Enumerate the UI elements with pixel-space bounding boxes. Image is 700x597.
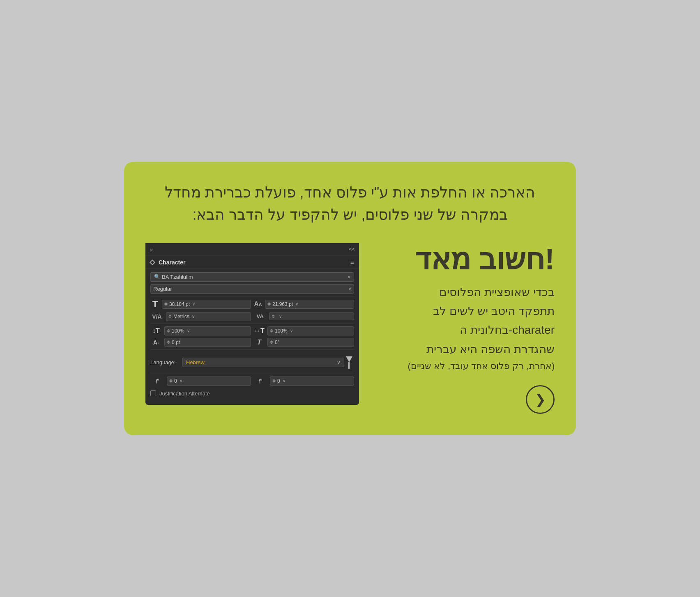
leading-up[interactable]: [267, 302, 271, 304]
arabic1-arrow: ∨: [180, 379, 182, 383]
baseline-value: 0 pt: [172, 340, 180, 345]
tracking-field[interactable]: ∨: [269, 312, 354, 320]
leading-value: 21.963 pt: [272, 301, 293, 307]
skew-spinner[interactable]: [270, 340, 273, 344]
divider2: [150, 324, 354, 324]
right-content: !חשוב מאד בכדי שאופציית הפלוסים תתפקד הי…: [379, 243, 555, 414]
cursor-stem: [348, 362, 350, 369]
arabic2-arrow: ∨: [283, 379, 286, 383]
panel-title: Character: [159, 259, 348, 266]
baseline-up[interactable]: [167, 340, 170, 342]
font-name-dropdown[interactable]: 🔍 BA Tzahlulim ∨: [150, 272, 354, 282]
arabic-icon1: ٣: [150, 377, 164, 386]
arabic1-up[interactable]: [169, 379, 173, 381]
arabic1-down[interactable]: [169, 381, 173, 383]
kerning-tracking-row: V/A Metrics ∨ VA: [150, 312, 354, 321]
arabic-field1[interactable]: 0 ∨: [167, 377, 251, 386]
justification-checkbox[interactable]: [150, 390, 156, 396]
leading-icon: AA: [253, 301, 262, 308]
arabic2-up[interactable]: [272, 379, 276, 381]
vertical-scale-field[interactable]: 100% ∨: [164, 326, 251, 335]
font-name-section: 🔍 BA Tzahlulim ∨ Regular ∨ T: [145, 269, 359, 354]
right-body-line4: שהגדרת השפה היא עברית: [379, 340, 555, 359]
top-text-line1: הארכה או החלפת אות ע"י פלוס אחד, פועלת כ…: [145, 181, 555, 204]
baseline-icon: A↕: [150, 339, 162, 346]
skew-field[interactable]: 0°: [267, 338, 354, 347]
baseline-down[interactable]: [167, 342, 170, 344]
right-body-line2: תתפקד היטב יש לשים לב: [379, 302, 555, 321]
skew-down[interactable]: [270, 342, 273, 344]
kerning-up[interactable]: [168, 315, 172, 316]
character-panel: × << Character ≡ 🔍 BA Tzahlulim ∨: [145, 243, 359, 405]
right-heading: !חשוב מאד: [379, 243, 555, 276]
font-style-arrow: ∨: [348, 287, 351, 291]
skew-up[interactable]: [270, 340, 273, 342]
font-name-value: BA Tzahlulim: [162, 274, 344, 280]
baseline-spinner[interactable]: [167, 340, 170, 344]
vertical-scale-down[interactable]: [167, 331, 170, 333]
vertical-scale-arrow: ∨: [187, 328, 190, 333]
search-icon: 🔍: [154, 274, 160, 280]
kerning-down[interactable]: [168, 317, 172, 318]
font-size-spinner[interactable]: [164, 302, 168, 306]
font-style-dropdown[interactable]: Regular ∨: [150, 284, 354, 294]
vertical-scale-spinner[interactable]: [167, 329, 170, 333]
font-name-arrow: ∨: [348, 275, 350, 279]
arabic2-spinner[interactable]: [272, 379, 276, 383]
cursor-triangle: [346, 356, 352, 362]
arabic-val2: 0: [277, 378, 280, 384]
leading-field[interactable]: 21.963 pt ∨: [265, 300, 354, 309]
font-size-down[interactable]: [164, 304, 168, 306]
panel-titlebar: × <<: [145, 243, 359, 255]
tracking-down[interactable]: [272, 317, 275, 318]
font-size-dropdown-arrow: ∨: [192, 302, 195, 306]
kerning-field[interactable]: Metrics ∨: [166, 312, 251, 321]
main-card: הארכה או החלפת אות ע"י פלוס אחד, פועלת כ…: [124, 162, 576, 435]
bottom-row: × << Character ≡ 🔍 BA Tzahlulim ∨: [145, 243, 555, 414]
tracking-up[interactable]: [272, 315, 275, 316]
language-row: Language: Hebrew ∨: [145, 354, 359, 371]
close-icon[interactable]: ×: [150, 247, 154, 251]
horizontal-scale-down[interactable]: [270, 331, 273, 333]
arabic2-down[interactable]: [272, 381, 276, 383]
horizontal-scale-icon: ↔T: [253, 327, 265, 335]
language-value: Hebrew: [186, 359, 205, 365]
tracking-icon: VA: [253, 313, 267, 319]
cursor-indicator: [344, 356, 354, 369]
right-body-line1: בכדי שאופציית הפלוסים: [379, 283, 555, 302]
arabic1-spinner[interactable]: [169, 379, 173, 383]
right-body: בכדי שאופציית הפלוסים תתפקד היטב יש לשים…: [379, 283, 555, 374]
tracking-spinner[interactable]: [272, 315, 275, 318]
language-dropdown[interactable]: Hebrew ∨: [182, 358, 344, 367]
scale-row: ↕T 100% ∨ ↔T: [150, 326, 354, 335]
horizontal-scale-field[interactable]: 100% ∨: [267, 326, 354, 335]
kerning-spinner[interactable]: [168, 315, 172, 318]
checkbox-row: Justification Alternate: [145, 387, 359, 398]
leading-spinner[interactable]: [267, 302, 271, 306]
font-size-value: 38.184 pt: [169, 301, 190, 307]
arabic-field2[interactable]: 0 ∨: [270, 377, 354, 386]
horizontal-scale-spinner[interactable]: [270, 329, 273, 333]
size-leading-row: T 38.184 pt ∨ AA: [150, 299, 354, 310]
divider4: [150, 373, 354, 373]
arabic-icon2: ٣: [253, 377, 267, 386]
baseline-field[interactable]: 0 pt: [164, 338, 251, 347]
collapse-icon[interactable]: <<: [349, 246, 355, 252]
horizontal-scale-up[interactable]: [270, 329, 273, 331]
baseline-skew-row: A↕ 0 pt T 0°: [150, 338, 354, 347]
right-body-line3: charater-בחלונית ה: [379, 321, 555, 340]
font-size-field[interactable]: 38.184 pt ∨: [162, 300, 251, 309]
vertical-scale-up[interactable]: [167, 329, 170, 331]
skew-icon: T: [253, 339, 265, 346]
font-size-up[interactable]: [164, 302, 168, 304]
kerning-dropdown-arrow: ∨: [192, 314, 195, 319]
language-dropdown-arrow: ∨: [337, 360, 341, 365]
panel-title-row: Character ≡: [145, 255, 359, 269]
back-button[interactable]: ❮: [526, 385, 555, 414]
divider3: [150, 349, 354, 350]
panel-menu-icon[interactable]: ≡: [350, 259, 354, 266]
divider1: [150, 296, 354, 296]
tracking-dropdown-arrow: ∨: [279, 314, 282, 319]
arabic-val1: 0: [174, 378, 177, 384]
leading-down[interactable]: [267, 304, 271, 306]
